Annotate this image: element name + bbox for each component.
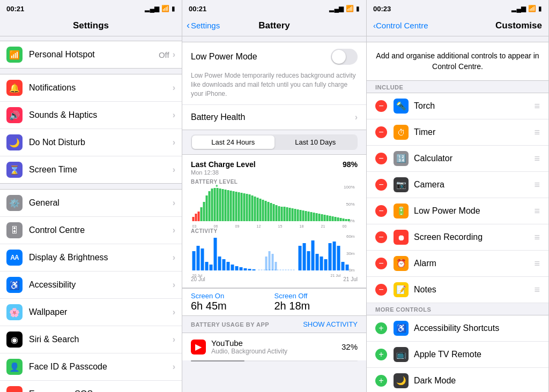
svg-rect-103 — [342, 262, 345, 270]
svg-rect-20 — [238, 192, 240, 221]
low-power-drag[interactable]: ≡ — [534, 206, 540, 217]
personal-hotspot-chevron: › — [173, 50, 175, 59]
status-icons-panel3: ▂▄▆ 📶 ▮ — [511, 5, 542, 12]
remove-torch-btn[interactable]: − — [375, 100, 387, 112]
svg-rect-27 — [257, 198, 259, 221]
screen-stats: Screen On 6h 45m Screen Off 2h 18m — [182, 288, 366, 315]
svg-rect-38 — [286, 207, 288, 221]
include-timer[interactable]: − ⏱ Timer ≡ — [367, 119, 548, 146]
svg-rect-41 — [294, 209, 296, 221]
include-low-power[interactable]: − 🔋 Low Power Mode ≡ — [367, 198, 548, 224]
notifications-row[interactable]: 🔔 Notifications › — [0, 74, 182, 102]
personal-hotspot-row[interactable]: 📶 Personal Hotspot Off › — [0, 41, 182, 68]
control-centre-icon: 🎛 — [6, 222, 23, 238]
siri-row[interactable]: ◉ Siri & Search › — [0, 326, 182, 353]
notifications-label: Notifications — [29, 83, 173, 93]
svg-rect-19 — [235, 192, 238, 221]
alarm-drag[interactable]: ≡ — [534, 258, 540, 269]
status-icons-panel2: ▂▄▆ 📶 ▮ — [329, 5, 360, 12]
svg-rect-81 — [222, 259, 226, 270]
remove-timer-btn[interactable]: − — [375, 126, 387, 138]
segment-container: Last 24 Hours Last 10 Days — [182, 130, 366, 154]
svg-rect-93 — [299, 246, 302, 270]
remove-calculator-btn[interactable]: − — [375, 153, 387, 164]
faceid-label: Face ID & Passcode — [29, 362, 173, 372]
control-centre-row[interactable]: 🎛 Control Centre › — [0, 217, 182, 244]
control-centre-chevron: › — [173, 225, 175, 235]
sounds-row[interactable]: 🔊 Sounds & Haptics › — [0, 102, 182, 129]
charge-level-title: Last Charge Level — [191, 160, 256, 169]
svg-rect-26 — [254, 197, 256, 221]
timer-drag[interactable]: ≡ — [534, 127, 540, 138]
wallpaper-label: Wallpaper — [29, 307, 173, 317]
svg-rect-12 — [217, 188, 219, 221]
screen-recording-drag[interactable]: ≡ — [534, 232, 540, 243]
include-torch[interactable]: − 🔦 Torch ≡ — [367, 93, 548, 119]
svg-rect-82 — [227, 262, 230, 270]
svg-rect-98 — [320, 257, 323, 270]
svg-rect-24 — [249, 194, 251, 221]
screentime-row[interactable]: ⌛ Screen Time › — [0, 156, 182, 183]
accessibility-row[interactable]: ♿ Accessibility › — [0, 272, 182, 299]
youtube-icon: ▶ — [191, 340, 206, 355]
low-power-label: Low Power Mode — [191, 52, 331, 62]
display-row[interactable]: AA Display & Brightness › — [0, 244, 182, 272]
calculator-drag[interactable]: ≡ — [534, 153, 540, 164]
time-panel2: 00:21 — [189, 5, 206, 13]
include-alarm[interactable]: − ⏰ Alarm ≡ — [367, 251, 548, 277]
svg-rect-96 — [311, 240, 315, 270]
battery-back-button[interactable]: ‹ Settings — [187, 20, 220, 31]
more-dark-mode[interactable]: + 🌙 Dark Mode — [367, 368, 548, 392]
svg-rect-54 — [329, 216, 331, 221]
svg-rect-4 — [195, 214, 197, 221]
notes-drag[interactable]: ≡ — [534, 284, 540, 296]
svg-rect-79 — [214, 238, 217, 270]
svg-rect-53 — [327, 215, 329, 221]
include-screen-recording[interactable]: − ⏺ Screen Recording ≡ — [367, 224, 548, 251]
remove-alarm-btn[interactable]: − — [375, 258, 387, 269]
remove-low-power-btn[interactable]: − — [375, 205, 387, 217]
accessibility-chevron: › — [173, 280, 175, 290]
dnd-icon: 🌙 — [6, 134, 23, 150]
camera-drag[interactable]: ≡ — [534, 179, 540, 191]
svg-rect-34 — [276, 205, 278, 221]
add-apple-tv-btn[interactable]: + — [375, 349, 387, 360]
segment-24h[interactable]: Last 24 Hours — [192, 135, 274, 149]
more-accessibility[interactable]: + ♿ Accessibility Shortcuts — [367, 315, 548, 342]
notifications-icon: 🔔 — [6, 80, 23, 96]
more-apple-tv[interactable]: + 📺 Apple TV Remote — [367, 342, 548, 368]
settings-nav: Settings — [0, 15, 182, 36]
faceid-row[interactable]: 👤 Face ID & Passcode › — [0, 353, 182, 381]
remove-camera-btn[interactable]: − — [375, 179, 387, 191]
remove-notes-btn[interactable]: − — [375, 284, 387, 296]
add-accessibility-btn[interactable]: + — [375, 322, 387, 334]
svg-rect-22 — [243, 193, 246, 221]
cc-nav: ‹ Control Centre Customise — [367, 15, 548, 36]
cc-back-button[interactable]: ‹ Control Centre — [373, 21, 428, 30]
svg-rect-11 — [214, 188, 216, 221]
emergency-row[interactable]: SOS Emergency SOS › — [0, 381, 182, 392]
svg-text:06: 06 — [214, 224, 218, 228]
battery-health-row[interactable]: Battery Health › — [182, 105, 366, 130]
show-activity-btn[interactable]: SHOW ACTIVITY — [303, 320, 358, 328]
general-row[interactable]: ⚙️ General › — [0, 190, 182, 217]
dnd-row[interactable]: 🌙 Do Not Disturb › — [0, 129, 182, 156]
include-camera[interactable]: − 📷 Camera ≡ — [367, 172, 548, 198]
screen-recording-icon: ⏺ — [394, 230, 409, 245]
remove-screen-recording-btn[interactable]: − — [375, 231, 387, 243]
youtube-name: YouTube — [211, 338, 342, 348]
svg-rect-44 — [302, 210, 305, 221]
include-calculator[interactable]: − 🔢 Calculator ≡ — [367, 146, 548, 172]
battery-content: Low Power Mode Low Power Mode temporaril… — [182, 36, 366, 392]
wallpaper-row[interactable]: 🌸 Wallpaper › — [0, 299, 182, 326]
time-panel3: 00:23 — [373, 5, 391, 13]
svg-rect-57 — [337, 217, 339, 221]
add-dark-mode-btn[interactable]: + — [375, 375, 387, 387]
low-power-toggle[interactable] — [331, 49, 358, 65]
notes-icon: 📝 — [394, 282, 409, 297]
torch-drag[interactable]: ≡ — [534, 101, 540, 112]
include-notes[interactable]: − 📝 Notes ≡ — [367, 277, 548, 303]
segment-10d[interactable]: Last 10 Days — [274, 135, 357, 149]
charge-level-info: Last Charge Level Mon 12:38 — [191, 160, 256, 176]
battery-health-label: Battery Health — [191, 112, 355, 122]
